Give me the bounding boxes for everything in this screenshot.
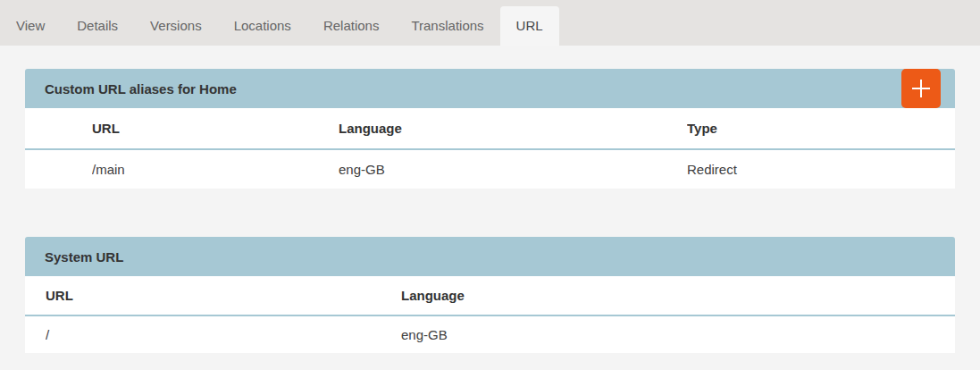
table-header-row: URL Language Type — [25, 108, 955, 149]
custom-url-aliases-table: URL Language Type /main eng-GB Redirect — [25, 108, 955, 189]
system-url-header: System URL — [25, 237, 955, 276]
table-header-row: URL Language — [25, 276, 955, 315]
table-cell-url: / — [46, 315, 401, 353]
tab-view[interactable]: View — [0, 6, 61, 46]
column-header-url: URL — [92, 108, 339, 149]
table-row: /main eng-GB Redirect — [25, 149, 955, 189]
tab-url[interactable]: URL — [500, 6, 559, 46]
table-cell-language: eng-GB — [401, 315, 955, 353]
tab-locations[interactable]: Locations — [218, 6, 307, 46]
table-cell-language: eng-GB — [339, 149, 687, 189]
tab-details[interactable]: Details — [61, 6, 134, 46]
tab-bar: View Details Versions Locations Relation… — [0, 0, 980, 46]
panel-title: System URL — [45, 249, 123, 265]
tab-relations[interactable]: Relations — [307, 6, 396, 46]
table-cell-empty — [25, 315, 46, 353]
column-header-url: URL — [46, 276, 401, 315]
url-tab-content: Custom URL aliases for Home URL Language… — [0, 46, 980, 353]
plus-icon — [909, 77, 933, 100]
tab-versions[interactable]: Versions — [134, 6, 218, 46]
checkbox-column-header — [25, 108, 92, 149]
system-url-table: URL Language / eng-GB — [25, 276, 955, 353]
custom-url-aliases-panel: Custom URL aliases for Home URL Language… — [25, 69, 955, 189]
column-header-language: Language — [339, 108, 687, 149]
table-cell-type: Redirect — [687, 149, 955, 189]
column-header-language: Language — [401, 276, 955, 315]
table-cell-url: /main — [92, 149, 339, 189]
panel-title: Custom URL aliases for Home — [45, 81, 237, 97]
table-row: / eng-GB — [25, 315, 955, 353]
add-url-alias-button[interactable] — [901, 69, 941, 108]
table-cell-empty — [25, 149, 92, 189]
system-url-panel: System URL URL Language / eng-GB — [25, 237, 955, 353]
column-header-type: Type — [687, 108, 955, 149]
custom-url-aliases-header: Custom URL aliases for Home — [25, 69, 955, 108]
tab-translations[interactable]: Translations — [395, 6, 499, 46]
spacer-column-header — [25, 276, 46, 315]
